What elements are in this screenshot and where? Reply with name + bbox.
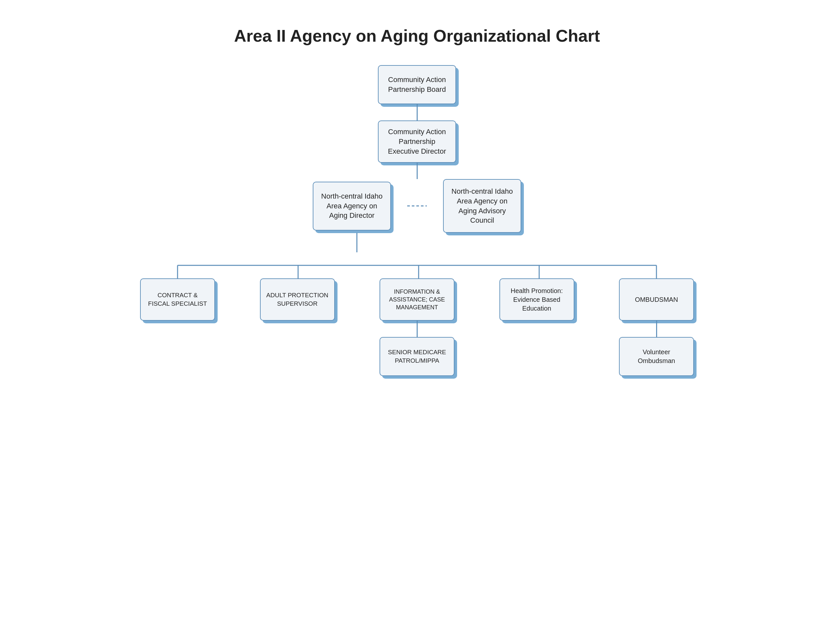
adult-label: ADULT PROTECTION SUPERVISOR (266, 291, 329, 308)
exec-label: Community Action Partnership Executive D… (384, 127, 450, 156)
contract-branch: CONTRACT & FISCAL SPECIALIST (140, 278, 215, 376)
info-to-senior-line (417, 321, 418, 337)
info-box: INFORMATION & ASSISTANCE; CASE MANAGEMEN… (380, 278, 454, 321)
director-advisory-row: North-central Idaho Area Agency on Aging… (313, 179, 521, 233)
level4-container: CONTRACT & FISCAL SPECIALIST ADULT PROTE… (140, 252, 694, 376)
director-section: North-central Idaho Area Agency on Aging… (313, 179, 521, 233)
ombudsman-label: OMBUDSMAN (635, 295, 678, 304)
dir-to-level4-v (356, 233, 357, 252)
adult-box: ADULT PROTECTION SUPERVISOR (260, 278, 335, 321)
senior-medicare-wrapper: SENIOR MEDICARE PATROL/MIPPA (380, 337, 454, 376)
info-label: INFORMATION & ASSISTANCE; CASE MANAGEMEN… (385, 288, 449, 312)
board-level: Community Action Partnership Board (378, 65, 456, 104)
volunteer-ombudsman-wrapper: Volunteer Ombudsman (619, 337, 694, 376)
adult-branch: ADULT PROTECTION SUPERVISOR (260, 278, 335, 376)
senior-medicare-label: SENIOR MEDICARE PATROL/MIPPA (385, 348, 449, 365)
advisory-wrapper: North-central Idaho Area Agency on Aging… (443, 179, 521, 233)
contract-label: CONTRACT & FISCAL SPECIALIST (146, 291, 209, 308)
level4-connector-svg (140, 252, 694, 278)
advisory-label: North-central Idaho Area Agency on Aging… (449, 187, 516, 225)
info-wrapper: INFORMATION & ASSISTANCE; CASE MANAGEMEN… (380, 278, 454, 321)
info-branch: INFORMATION & ASSISTANCE; CASE MANAGEMEN… (380, 278, 454, 376)
v-line-dir-level4 (356, 233, 357, 252)
senior-medicare-box: SENIOR MEDICARE PATROL/MIPPA (380, 337, 454, 376)
level4-boxes-row: CONTRACT & FISCAL SPECIALIST ADULT PROTE… (140, 278, 694, 376)
exec-wrapper: Community Action Partnership Executive D… (378, 121, 456, 163)
director-box: North-central Idaho Area Agency on Aging… (313, 182, 391, 231)
health-label: Health Promotion: Evidence Based Educati… (505, 287, 569, 313)
board-label: Community Action Partnership Board (384, 75, 450, 94)
exec-section: Community Action Partnership Executive D… (378, 121, 456, 179)
ombudsman-box: OMBUDSMAN (619, 278, 694, 321)
exec-to-dir-line (417, 163, 418, 179)
adult-wrapper: ADULT PROTECTION SUPERVISOR (260, 278, 335, 321)
volunteer-ombudsman-label: Volunteer Ombudsman (625, 348, 688, 365)
page-title: Area II Agency on Aging Organizational C… (234, 26, 600, 45)
contract-box: CONTRACT & FISCAL SPECIALIST (140, 278, 215, 321)
health-branch: Health Promotion: Evidence Based Educati… (499, 278, 574, 376)
board-wrapper: Community Action Partnership Board (378, 65, 456, 104)
health-wrapper: Health Promotion: Evidence Based Educati… (499, 278, 574, 321)
director-label: North-central Idaho Area Agency on Aging… (318, 191, 385, 220)
ombudsman-wrapper: OMBUDSMAN (619, 278, 694, 321)
board-section: Community Action Partnership Board (378, 65, 456, 121)
health-box: Health Promotion: Evidence Based Educati… (499, 278, 574, 321)
org-chart: Community Action Partnership Board Commu… (0, 65, 834, 376)
contract-wrapper: CONTRACT & FISCAL SPECIALIST (140, 278, 215, 321)
exec-level: Community Action Partnership Executive D… (378, 121, 456, 163)
board-to-exec-line (417, 104, 418, 121)
director-wrapper: North-central Idaho Area Agency on Aging… (313, 182, 391, 231)
volunteer-ombudsman-box: Volunteer Ombudsman (619, 337, 694, 376)
director-advisory-connector (407, 205, 427, 207)
ombudsman-branch: OMBUDSMAN Volunteer Ombudsman (619, 278, 694, 376)
board-box: Community Action Partnership Board (378, 65, 456, 104)
advisory-box: North-central Idaho Area Agency on Aging… (443, 179, 521, 233)
ombudsman-to-volunteer-line (656, 321, 657, 337)
exec-box: Community Action Partnership Executive D… (378, 121, 456, 163)
